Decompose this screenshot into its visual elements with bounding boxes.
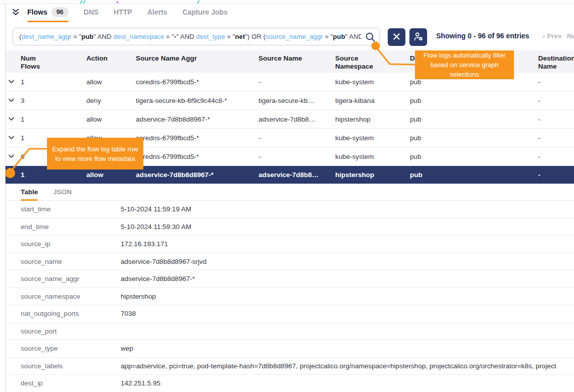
detail-value: adservice-7d8b8d8967-srjvd (121, 258, 574, 265)
tab-capture-jobs[interactable]: Capture Jobs (182, 4, 227, 20)
cell-dest-name: - (538, 78, 574, 86)
cell-num-flows: 1 (21, 78, 86, 86)
header-source-name: Source Name (258, 54, 335, 63)
graph-remnant-mark (117, 2, 118, 3)
detail-value: adservice-7d8b8d8967-* (121, 275, 574, 283)
detail-tab-json[interactable]: JSON (53, 184, 72, 201)
cell-source-name: adservice-7d8b8… (258, 116, 335, 123)
flows-count-badge: 96 (51, 7, 69, 17)
detail-tab-bar: Table JSON (6, 184, 574, 201)
detail-value: app=adservice, pci=true, pod-template-ha… (121, 362, 574, 370)
cell-source-namespace: kube-system (335, 153, 410, 160)
chevron-down-icon (9, 154, 14, 158)
header-destination-name: Destination Name (538, 54, 574, 71)
detail-key: start_time (21, 205, 121, 213)
detail-key: source_ip (21, 240, 121, 248)
filter-query-input[interactable]: (dest_name_aggr = "pub" AND dest_namespa… (13, 28, 380, 45)
detail-tab-json-label: JSON (53, 188, 72, 196)
chevron-down-icon (9, 173, 14, 177)
cell-source-namespace: hipstershop (335, 116, 410, 123)
clear-filter-button[interactable] (388, 28, 405, 46)
cell-num-flows: 1 (21, 116, 86, 123)
detail-key: source_type (21, 345, 121, 352)
header-source-namespace: Source Namespace (335, 54, 410, 71)
cell-source-name: - (258, 134, 335, 142)
detail-value: 5-10-2024 11:59:19 AM (121, 205, 574, 213)
query-part: pub (333, 33, 345, 40)
detail-value: wep (121, 345, 574, 352)
query-part: dest_namespace (114, 33, 164, 40)
detail-value: 142.251.5.95 (121, 379, 574, 387)
detail-value: 5-10-2024 11:59:30 AM (121, 223, 574, 231)
collapse-panel-double-chevron-icon[interactable] (12, 8, 20, 16)
table-row[interactable]: 1 allow adservice-7d8b8d8967-* adservice… (6, 110, 574, 129)
query-part: pub (81, 33, 93, 40)
detail-row: source_name adservice-7d8b8d8967-srjvd (6, 253, 574, 271)
cell-source-name-aggr: adservice-7d8b8d8967-* (136, 171, 258, 179)
chevron-down-icon (9, 136, 14, 140)
query-part: source_name_aggr (266, 33, 323, 40)
cell-num-flows: 1 (21, 171, 86, 179)
row-expander[interactable] (6, 117, 21, 121)
cell-dest-name: - (538, 97, 574, 104)
query-part: = " (71, 33, 81, 40)
cell-source-namespace: tigera-kibana (335, 97, 410, 104)
cell-dest-name-aggr: pub (410, 116, 538, 123)
tab-flows[interactable]: Flows 96 (27, 4, 69, 20)
service-graph-remnant-strip (0, 0, 574, 4)
detail-key: source_port (21, 327, 121, 335)
graph-remnant-mark (83, 1, 85, 4)
detail-value: 7038 (121, 310, 574, 317)
cell-dest-name-aggr: pub (410, 134, 538, 142)
detail-row: end_time 5-10-2024 11:59:30 AM (6, 218, 574, 236)
query-part: " AND (93, 33, 113, 40)
detail-row: source_namespace hipstershop (6, 288, 574, 306)
detail-value: 172.16.193.171 (121, 240, 574, 248)
detail-row: dest_ip 142.251.5.95 (6, 375, 574, 392)
query-part: = " (225, 33, 235, 40)
logs-tab-bar: Flows 96 DNS HTTP Alerts Capture Jobs (6, 4, 574, 20)
row-expander[interactable] (6, 154, 21, 158)
next-page-button[interactable]: Next › (567, 32, 574, 40)
cell-dest-name: - (538, 171, 574, 179)
tooltip-filter-info: Flow logs automatically filter based on … (415, 50, 514, 79)
cell-source-name-aggr: adservice-7d8b8d8967-* (136, 116, 258, 123)
row-expander[interactable] (6, 98, 21, 102)
user-settings-button[interactable] (409, 28, 427, 46)
next-label: Next (567, 32, 574, 40)
detail-value: hipstershop (121, 293, 574, 300)
showing-entries-text: Showing 0 - 96 of 96 entries (436, 32, 529, 40)
close-icon (393, 33, 400, 41)
detail-key: source_name (21, 258, 121, 265)
tooltip-expand-row-info: Expand the flow log table row to view mo… (47, 138, 143, 170)
tab-http-label: HTTP (114, 8, 132, 16)
pagination: ‹ Prev Next › (543, 32, 574, 40)
detail-key: nat_outgoing_ports (21, 310, 121, 317)
cell-num-flows: 3 (21, 97, 86, 104)
cell-source-namespace: hipstershop (335, 171, 410, 179)
detail-row: source_labels app=adservice, pci=true, p… (6, 358, 574, 375)
cell-dest-name: - (538, 116, 574, 123)
detail-key: end_time (21, 223, 121, 231)
cell-source-namespace: kube-system (335, 134, 410, 142)
header-num-flows: Num Flows (21, 54, 86, 71)
tab-http[interactable]: HTTP (114, 4, 132, 20)
chevron-down-icon (9, 98, 14, 102)
table-row[interactable]: 3 deny tigera-secure-kb-6f9c9c44c8-* tig… (6, 91, 574, 110)
search-icon[interactable] (365, 32, 376, 44)
chevron-down-icon (9, 117, 14, 121)
prev-page-button[interactable]: ‹ Prev (543, 32, 562, 40)
row-expander[interactable] (6, 136, 21, 140)
tab-dns[interactable]: DNS (84, 4, 99, 20)
detail-tab-table[interactable]: Table (21, 184, 38, 201)
cell-action: allow (86, 116, 136, 123)
detail-key: source_name_aggr (21, 275, 121, 283)
detail-row: nat_outgoing_ports 7038 (6, 305, 574, 323)
tab-alerts[interactable]: Alerts (147, 4, 168, 20)
header-source-name-aggr: Source Name Aggr (136, 54, 258, 63)
tab-capture-jobs-label: Capture Jobs (182, 8, 227, 16)
tab-alerts-label: Alerts (147, 8, 168, 16)
row-expander[interactable] (6, 173, 21, 177)
user-gear-icon (413, 31, 424, 43)
row-expander[interactable] (6, 80, 21, 84)
